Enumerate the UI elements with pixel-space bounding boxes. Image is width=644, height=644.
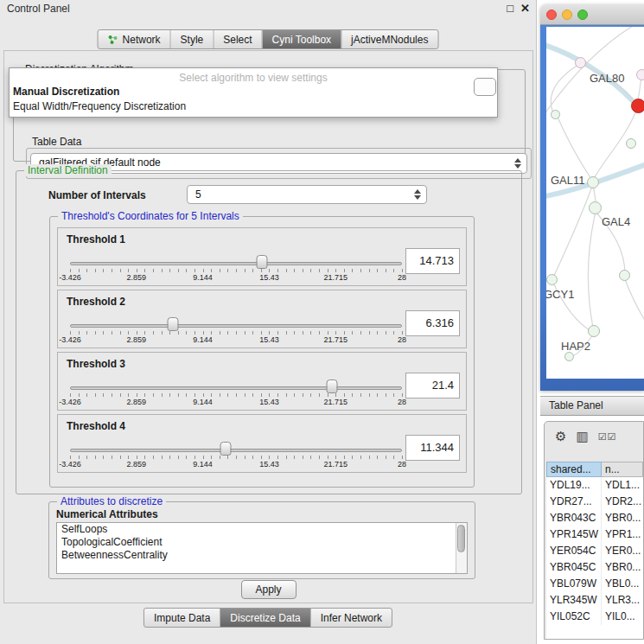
threshold-value-field[interactable]: 11.344 (405, 435, 460, 461)
scale-label: 2.859 (127, 398, 147, 406)
scale-label: 2.859 (127, 273, 147, 282)
table-row[interactable]: YBL079W YBL0... (546, 576, 643, 592)
table-row[interactable]: YBR045C YBR0... (546, 559, 643, 576)
table-row[interactable]: YER054C YER0... (546, 543, 643, 559)
scale-label: 28 (398, 273, 406, 282)
select-columns-icons: ☑ ☑ (598, 431, 616, 443)
cell-shared-name[interactable]: YDL19... (546, 477, 602, 494)
scale-label: 15.43 (259, 460, 279, 469)
threshold-value-field[interactable]: 6.316 (405, 310, 460, 336)
slider-scale-labels: -3.426 2.859 9.144 15.43 21.715 28 (70, 398, 402, 407)
column-header-name[interactable]: n... (602, 462, 643, 477)
scale-label: 21.715 (323, 335, 348, 344)
slider-thumb[interactable] (327, 379, 338, 393)
number-of-intervals-label: Number of Intervals (48, 189, 146, 201)
minimize-button[interactable] (562, 10, 572, 20)
network-view-window: GAL80 GAL11 GAL4 GCY1 HAP2 (540, 4, 644, 391)
cell-name[interactable]: YIL0... (602, 609, 643, 625)
thresholds-group-title: Threshold's Coordinates for 5 Intervals (58, 210, 243, 222)
zoom-button[interactable] (577, 10, 588, 20)
algorithm-option-manual[interactable]: Manual Discretization (10, 84, 497, 99)
cell-shared-name[interactable]: YLR345W (546, 592, 602, 609)
scale-label: 2.859 (127, 335, 147, 344)
algorithm-option-equal-width[interactable]: Equal Width/Frequency Discretization (10, 99, 497, 113)
scrollbar-thumb[interactable] (457, 525, 465, 552)
algorithm-placeholder-option[interactable]: Select algorithm to view settings (10, 72, 497, 84)
network-node-label: GAL4 (602, 215, 630, 228)
scale-label: 21.715 (323, 398, 348, 406)
scale-label: -3.426 (59, 398, 81, 406)
cell-name[interactable]: YBL0... (602, 576, 643, 592)
cell-shared-name[interactable]: YBL079W (546, 576, 602, 592)
algorithm-combobox-edge[interactable] (474, 78, 496, 96)
checkbox-icon[interactable]: ☑ (598, 431, 607, 443)
cell-name[interactable]: YDL1... (602, 477, 643, 494)
float-window-icon[interactable]: □ (507, 2, 513, 15)
combo-stepper-icon (514, 158, 521, 169)
scale-label: 15.43 (259, 273, 279, 282)
cell-name[interactable]: YBR0... (602, 559, 643, 576)
threshold-panel: Threshold 3 -3.426 2.859 9.144 15.43 (57, 352, 467, 411)
cell-name[interactable]: YDR2... (602, 494, 643, 510)
slider-scale-labels: -3.426 2.859 9.144 15.43 21.715 28 (70, 460, 402, 469)
column-header-shared-name[interactable]: shared... (546, 462, 602, 477)
cell-shared-name[interactable]: YIL052C (546, 609, 602, 625)
cell-shared-name[interactable]: YBR043C (546, 510, 602, 526)
table-toolbar: ⚙ ▥ ☑ ☑ (545, 426, 643, 447)
table-row[interactable]: YDR27... YDR2... (546, 494, 643, 510)
table-row[interactable]: YPR145W YPR1... (546, 526, 643, 543)
slider-thumb[interactable] (220, 442, 232, 456)
threshold-value-field[interactable]: 14.713 (405, 248, 460, 274)
slider-thumb[interactable] (256, 255, 267, 269)
table-row[interactable]: YLR345W YLR3... (546, 592, 643, 609)
checkbox-icon[interactable]: ☑ (608, 431, 616, 443)
scale-label: 28 (398, 335, 406, 344)
number-of-intervals-combobox[interactable]: 5 (187, 185, 427, 204)
columns-icon[interactable]: ▥ (576, 429, 588, 444)
threshold-value-field[interactable]: 21.4 (405, 373, 460, 399)
list-item[interactable]: SelfLoops (57, 523, 467, 536)
tab-jactivemnodules[interactable]: jActiveMNodules (341, 30, 437, 48)
scale-label: -3.426 (59, 273, 81, 282)
slider-scale-labels: -3.426 2.859 9.144 15.43 21.715 28 (70, 335, 402, 345)
table-row[interactable]: YIL052C YIL0... (546, 609, 643, 625)
scale-label: 15.43 (259, 335, 279, 344)
slider-thumb[interactable] (168, 317, 179, 331)
combo-stepper-icon (414, 189, 421, 200)
scale-label: 9.144 (193, 398, 213, 406)
table-data-label: Table Data (32, 136, 81, 148)
tab-select[interactable]: Select (213, 30, 261, 48)
cell-shared-name[interactable]: YDR27... (546, 494, 602, 510)
cell-name[interactable]: YER0... (602, 543, 643, 559)
list-item[interactable]: TopologicalCoefficient (57, 536, 467, 549)
scale-label: 9.144 (193, 460, 213, 469)
network-canvas[interactable]: GAL80 GAL11 GAL4 GCY1 HAP2 (546, 27, 644, 379)
network-icon (108, 35, 118, 45)
tab-discretize-data[interactable]: Discretize Data (220, 609, 309, 627)
list-item[interactable]: BetweennessCentrality (57, 549, 467, 562)
table-row[interactable]: YBR043C YBR0... (546, 510, 643, 526)
scale-label: 28 (398, 460, 406, 469)
cell-shared-name[interactable]: YPR145W (546, 526, 602, 543)
tab-cyni-toolbox[interactable]: Cyni Toolbox (262, 30, 341, 48)
network-node-label: GAL80 (590, 72, 624, 85)
close-button[interactable] (546, 10, 557, 20)
scale-label: 21.715 (323, 273, 348, 282)
table-body: YDL19... YDL1... YDR27... YDR2... YBR043… (546, 477, 643, 639)
network-node-label: GAL11 (551, 174, 585, 187)
cell-name[interactable]: YLR3... (602, 592, 643, 609)
cell-name[interactable]: YBR0... (602, 510, 643, 526)
cell-shared-name[interactable]: YBR045C (546, 559, 602, 576)
table-row[interactable]: YDL19... YDL1... (546, 477, 643, 494)
gear-icon[interactable]: ⚙ (555, 429, 566, 444)
tab-impute-data[interactable]: Impute Data (144, 609, 220, 627)
tab-network[interactable]: Network (99, 30, 170, 48)
tab-style[interactable]: Style (170, 30, 214, 48)
cell-shared-name[interactable]: YER054C (546, 543, 602, 559)
tab-infer-network[interactable]: Infer Network (310, 609, 392, 627)
apply-button[interactable]: Apply (241, 580, 296, 599)
numerical-attributes-list[interactable]: SelfLoops TopologicalCoefficient Between… (56, 522, 468, 574)
scrollbar[interactable] (456, 523, 467, 573)
close-icon[interactable]: ✕ (520, 2, 530, 15)
cell-name[interactable]: YPR1... (602, 526, 643, 543)
